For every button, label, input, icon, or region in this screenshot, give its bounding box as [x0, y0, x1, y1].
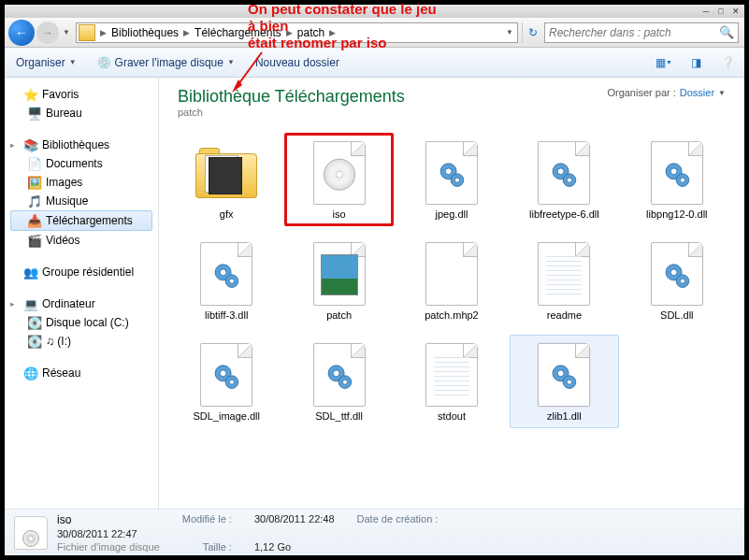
sidebar-item-documents[interactable]: 📄Documents: [10, 154, 158, 173]
search-box[interactable]: 🔍: [544, 22, 739, 43]
arrange-by[interactable]: Organiser par : Dossier ▼: [607, 87, 726, 98]
sidebar: ⭐Favoris 🖥️Bureau ▸📚Bibliothèques 📄Docum…: [5, 78, 159, 509]
chevron-right-icon[interactable]: ▶: [182, 28, 191, 37]
details-size-label: Taille :: [182, 541, 232, 553]
file-item[interactable]: patch: [284, 234, 393, 327]
file-item[interactable]: SDL_ttf.dll: [284, 335, 393, 428]
help-button[interactable]: ❔: [718, 53, 737, 72]
sidebar-favorites[interactable]: ⭐Favoris: [10, 85, 158, 104]
file-item[interactable]: SDL_image.dll: [172, 335, 281, 428]
file-item[interactable]: libpng12-0.dll: [623, 133, 731, 226]
sidebar-item-drive-i[interactable]: 💽♫ (I:): [10, 332, 158, 351]
breadcrumb-item[interactable]: Téléchargements: [191, 26, 285, 39]
breadcrumb-item[interactable]: patch: [294, 26, 328, 39]
svg-point-7: [558, 168, 565, 175]
sidebar-item-desktop[interactable]: 🖥️Bureau: [10, 104, 158, 122]
drive-icon: 💽: [27, 334, 42, 349]
svg-point-21: [680, 279, 684, 283]
homegroup-icon: 👥: [23, 265, 38, 280]
address-dropdown[interactable]: ▼: [504, 23, 515, 42]
toolbar: Organiser▼ 💿Graver l'image disque▼ Nouve…: [5, 48, 744, 78]
video-icon: 🎬: [27, 233, 42, 248]
details-size: 1,12 Go: [254, 541, 335, 553]
preview-pane-button[interactable]: ◨: [686, 53, 705, 72]
file-label: gfx: [220, 208, 234, 220]
file-item[interactable]: iso: [284, 133, 393, 226]
svg-point-29: [342, 380, 347, 384]
svg-point-9: [568, 178, 572, 182]
file-item[interactable]: libfreetype-6.dll: [510, 133, 618, 226]
sidebar-libraries[interactable]: ▸📚Bibliothèques: [10, 136, 158, 154]
desktop-icon: 🖥️: [27, 106, 42, 121]
address-bar[interactable]: ▶ Bibliothèques ▶ Téléchargements ▶ patc…: [76, 22, 518, 43]
details-filename: iso: [57, 513, 160, 526]
details-thumbnail: [14, 516, 48, 550]
maximize-button[interactable]: □: [714, 7, 727, 16]
file-item[interactable]: jpeg.dll: [397, 133, 506, 226]
sidebar-item-downloads[interactable]: 📥Téléchargements: [10, 210, 152, 231]
chevron-right-icon[interactable]: ▶: [99, 28, 108, 37]
chevron-right-icon[interactable]: ▶: [328, 28, 337, 37]
computer-icon: 💻: [23, 296, 38, 311]
svg-point-15: [220, 269, 226, 276]
svg-point-23: [220, 370, 226, 377]
search-icon[interactable]: 🔍: [719, 25, 734, 39]
sidebar-computer[interactable]: ▸💻Ordinateur: [10, 294, 158, 313]
library-icon: 📚: [23, 137, 38, 152]
file-label: SDL.dll: [660, 309, 693, 321]
close-button[interactable]: ✕: [729, 7, 742, 16]
sidebar-network[interactable]: 🌐Réseau: [10, 364, 158, 382]
star-icon: ⭐: [23, 87, 38, 102]
forward-button[interactable]: →: [36, 22, 59, 44]
organize-button[interactable]: Organiser▼: [12, 54, 80, 71]
file-item[interactable]: libtiff-3.dll: [172, 234, 281, 327]
refresh-button[interactable]: ↻: [522, 22, 542, 43]
file-type-icon: [193, 240, 260, 308]
svg-point-3: [445, 168, 452, 175]
file-type-icon: [530, 240, 598, 308]
file-label: stdout: [438, 410, 466, 422]
back-button[interactable]: ←: [8, 20, 35, 46]
file-item[interactable]: patch.mhp2: [397, 234, 506, 327]
file-type-icon: [418, 341, 485, 409]
file-label: jpeg.dll: [436, 208, 468, 220]
details-filetype: Fichier d'image disque: [57, 541, 160, 553]
folder-icon: [79, 24, 95, 41]
svg-point-27: [333, 370, 339, 377]
breadcrumb-item[interactable]: Bibliothèques: [108, 26, 182, 39]
file-type-icon: [193, 341, 260, 409]
history-dropdown[interactable]: ▼: [61, 23, 72, 42]
navbar: ← → ▼ ▶ Bibliothèques ▶ Téléchargements …: [5, 18, 744, 48]
details-modified-label: Modifié le :: [182, 513, 232, 526]
sidebar-item-images[interactable]: 🖼️Images: [10, 173, 158, 192]
music-icon: 🎵: [27, 194, 42, 208]
search-input[interactable]: [549, 26, 719, 39]
library-subtitle: patch: [178, 107, 405, 118]
download-icon: 📥: [27, 213, 42, 228]
view-options-button[interactable]: ▦▼: [655, 53, 673, 72]
network-icon: 🌐: [23, 366, 38, 381]
new-folder-button[interactable]: Nouveau dossier: [252, 54, 343, 71]
sidebar-item-videos[interactable]: 🎬Vidéos: [10, 231, 158, 250]
svg-point-25: [230, 380, 235, 384]
file-label: patch.mhp2: [425, 309, 478, 321]
file-type-icon: [193, 139, 260, 207]
file-item[interactable]: readme: [510, 234, 618, 327]
sidebar-item-local-disk[interactable]: 💽Disque local (C:): [10, 313, 158, 332]
file-item[interactable]: SDL.dll: [623, 234, 731, 327]
file-label: SDL_image.dll: [193, 410, 260, 422]
library-title: Bibliothèque Téléchargements: [178, 87, 405, 107]
image-icon: 🖼️: [27, 175, 42, 190]
chevron-right-icon[interactable]: ▶: [285, 28, 294, 37]
details-pane: iso Modifié le : 30/08/2011 22:48 Date d…: [5, 509, 744, 555]
file-item[interactable]: zlib1.dll: [510, 335, 618, 428]
sidebar-homegroup[interactable]: 👥Groupe résidentiel: [10, 263, 158, 281]
minimize-button[interactable]: ─: [699, 7, 713, 16]
file-item[interactable]: gfx: [172, 133, 281, 226]
file-type-icon: [530, 139, 598, 207]
burn-disc-button[interactable]: 💿Graver l'image disque▼: [94, 54, 238, 71]
sidebar-item-music[interactable]: 🎵Musique: [10, 192, 158, 210]
file-item[interactable]: stdout: [397, 335, 506, 428]
svg-point-5: [454, 178, 459, 182]
file-type-icon: [530, 341, 598, 409]
